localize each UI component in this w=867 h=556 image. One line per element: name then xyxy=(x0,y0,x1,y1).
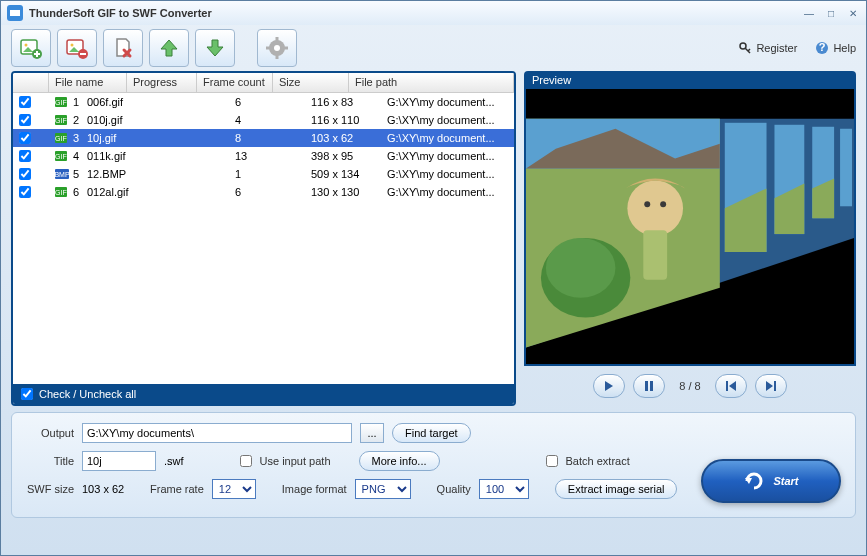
row-framecount: 6 xyxy=(229,185,305,199)
table-row[interactable]: GIF310j.gif8103 x 62G:\XY\my document... xyxy=(13,129,514,147)
title-input[interactable] xyxy=(82,451,156,471)
next-icon xyxy=(766,381,776,391)
more-info-button[interactable]: More info... xyxy=(359,451,440,471)
row-checkbox[interactable] xyxy=(19,168,31,180)
row-filepath: G:\XY\my document... xyxy=(381,185,514,199)
maximize-button[interactable]: □ xyxy=(824,6,838,20)
col-progress[interactable]: Progress xyxy=(127,73,197,92)
row-index: 1 xyxy=(67,95,81,109)
row-progress xyxy=(159,137,229,139)
row-framecount: 8 xyxy=(229,131,305,145)
frame-rate-label: Frame rate xyxy=(150,483,204,495)
app-icon xyxy=(7,5,23,21)
start-arrow-icon xyxy=(743,470,765,492)
start-button[interactable]: Start xyxy=(701,459,841,503)
col-size[interactable]: Size xyxy=(273,73,349,92)
row-framecount: 4 xyxy=(229,113,305,127)
col-filepath[interactable]: File path xyxy=(349,73,514,92)
prev-icon xyxy=(726,381,736,391)
row-filename: 012al.gif xyxy=(81,185,159,199)
file-type-icon: GIF xyxy=(49,96,67,108)
title-ext: .swf xyxy=(164,455,184,467)
row-progress xyxy=(159,173,229,175)
remove-file-button[interactable] xyxy=(57,29,97,67)
svg-rect-37 xyxy=(726,381,728,391)
svg-point-31 xyxy=(644,201,650,207)
col-filename[interactable]: File name xyxy=(49,73,127,92)
output-path-input[interactable] xyxy=(82,423,352,443)
row-filepath: G:\XY\my document... xyxy=(381,131,514,145)
close-button[interactable]: ✕ xyxy=(846,6,860,20)
table-body[interactable]: GIF1006f.gif6116 x 83G:\XY\my document..… xyxy=(13,93,514,384)
table-row[interactable]: GIF6012al.gif6130 x 130G:\XY\my document… xyxy=(13,183,514,201)
col-framecount[interactable]: Frame count xyxy=(197,73,273,92)
minimize-button[interactable]: — xyxy=(802,6,816,20)
help-icon: ? xyxy=(815,41,829,55)
file-type-icon: GIF xyxy=(49,186,67,198)
table-header: File name Progress Frame count Size File… xyxy=(13,73,514,93)
pause-icon xyxy=(644,381,654,391)
arrow-down-icon xyxy=(203,36,227,60)
row-filename: 010j.gif xyxy=(81,113,159,127)
row-index: 5 xyxy=(67,167,81,181)
quality-select[interactable]: 100 xyxy=(479,479,529,499)
row-progress xyxy=(159,119,229,121)
row-progress xyxy=(159,191,229,193)
row-filepath: G:\XY\my document... xyxy=(381,167,514,181)
row-filepath: G:\XY\my document... xyxy=(381,95,514,109)
row-framecount: 13 xyxy=(229,149,305,163)
help-link[interactable]: ? Help xyxy=(815,41,856,55)
find-target-button[interactable]: Find target xyxy=(392,423,471,443)
add-image-icon xyxy=(19,36,43,60)
batch-extract-label: Batch extract xyxy=(566,455,630,467)
output-panel: Output ... Find target Title .swf Use in… xyxy=(11,412,856,518)
row-filename: 006f.gif xyxy=(81,95,159,109)
file-type-icon: GIF xyxy=(49,150,67,162)
row-checkbox[interactable] xyxy=(19,132,31,144)
key-icon xyxy=(738,41,752,55)
svg-point-3 xyxy=(25,44,28,47)
use-input-path-checkbox[interactable] xyxy=(240,455,252,467)
play-button[interactable] xyxy=(593,374,625,398)
clear-list-button[interactable] xyxy=(103,29,143,67)
svg-text:?: ? xyxy=(819,41,826,53)
row-filename: 011k.gif xyxy=(81,149,159,163)
add-file-button[interactable] xyxy=(11,29,51,67)
next-frame-button[interactable] xyxy=(755,374,787,398)
swf-size-value: 103 x 62 xyxy=(82,483,142,495)
svg-rect-12 xyxy=(266,47,270,50)
check-all-checkbox[interactable] xyxy=(21,388,33,400)
frame-rate-select[interactable]: 12 xyxy=(212,479,256,499)
preview-label: Preview xyxy=(524,71,856,89)
browse-button[interactable]: ... xyxy=(360,423,384,443)
svg-rect-28 xyxy=(840,129,852,207)
table-row[interactable]: GIF1006f.gif6116 x 83G:\XY\my document..… xyxy=(13,93,514,111)
batch-extract-checkbox[interactable] xyxy=(546,455,558,467)
svg-rect-13 xyxy=(284,47,288,50)
row-size: 130 x 130 xyxy=(305,185,381,199)
table-row[interactable]: GIF2010j.gif4116 x 110G:\XY\my document.… xyxy=(13,111,514,129)
settings-button[interactable] xyxy=(257,29,297,67)
row-checkbox[interactable] xyxy=(19,96,31,108)
row-checkbox[interactable] xyxy=(19,150,31,162)
row-checkbox[interactable] xyxy=(19,114,31,126)
prev-frame-button[interactable] xyxy=(715,374,747,398)
image-format-select[interactable]: PNG xyxy=(355,479,411,499)
check-all-bar: Check / Uncheck all xyxy=(13,384,514,404)
move-down-button[interactable] xyxy=(195,29,235,67)
row-size: 116 x 83 xyxy=(305,95,381,109)
remove-image-icon xyxy=(65,36,89,60)
extract-image-serial-button[interactable]: Extract image serial xyxy=(555,479,678,499)
table-row[interactable]: GIF4011k.gif13398 x 95G:\XY\my document.… xyxy=(13,147,514,165)
gear-icon xyxy=(265,36,289,60)
use-input-path-label: Use input path xyxy=(260,455,331,467)
arrow-up-icon xyxy=(157,36,181,60)
pause-button[interactable] xyxy=(633,374,665,398)
file-list-panel: File name Progress Frame count Size File… xyxy=(11,71,516,406)
register-link[interactable]: Register xyxy=(738,41,797,55)
preview-viewport xyxy=(524,89,856,366)
row-checkbox[interactable] xyxy=(19,186,31,198)
move-up-button[interactable] xyxy=(149,29,189,67)
row-framecount: 6 xyxy=(229,95,305,109)
table-row[interactable]: BMP512.BMP1509 x 134G:\XY\my document... xyxy=(13,165,514,183)
